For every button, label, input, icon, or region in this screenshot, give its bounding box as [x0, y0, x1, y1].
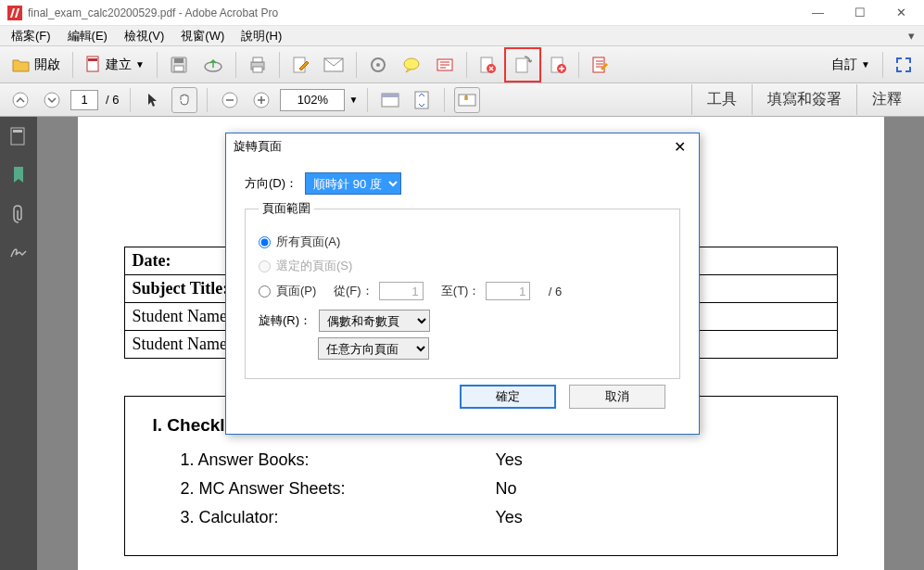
menu-edit[interactable]: 編輯(E): [60, 26, 115, 46]
page-range-radio[interactable]: [259, 285, 271, 298]
bookmark-icon[interactable]: [8, 165, 29, 185]
page-number-input[interactable]: [70, 90, 98, 110]
svg-rect-2: [88, 58, 97, 61]
page-range-fieldset: 頁面範圍 所有頁面(A) 選定的頁面(S) 頁面(P) 從(F)： 至(T)： …: [245, 200, 680, 379]
zoom-out-button[interactable]: [217, 87, 243, 113]
svg-rect-5: [174, 66, 184, 71]
settings-button[interactable]: [362, 50, 394, 80]
close-window-button[interactable]: ✕: [880, 0, 922, 26]
stamp-button[interactable]: [429, 50, 461, 80]
left-sidebar: [0, 117, 37, 570]
all-pages-label: 所有頁面(A): [276, 234, 340, 250]
dialog-titlebar: 旋轉頁面 ✕: [226, 133, 699, 159]
comment-button[interactable]: [396, 50, 427, 80]
save-button[interactable]: [163, 50, 195, 80]
fill-sign-panel-tab[interactable]: 填寫和簽署: [752, 84, 856, 115]
dialog-close-button[interactable]: ✕: [668, 138, 691, 156]
menu-overflow-icon[interactable]: ▾: [902, 29, 920, 43]
svg-rect-18: [516, 58, 527, 72]
rotate-page-highlight: [504, 47, 541, 82]
svg-rect-9: [253, 67, 262, 72]
page-down-button[interactable]: [39, 87, 65, 113]
nav-toolbar: / 6 ▼ 工具 填寫和簽署 注釋: [0, 83, 924, 117]
page-range-legend: 頁面範圍: [259, 200, 314, 217]
svg-point-22: [13, 93, 28, 108]
svg-point-13: [376, 63, 380, 67]
rotate-pages-dialog: 旋轉頁面 ✕ 方向(D)： 順時針 90 度 頁面範圍 所有頁面(A) 選定的頁…: [225, 133, 700, 435]
menu-file[interactable]: 檔案(F): [4, 26, 58, 46]
direction-label: 方向(D)：: [245, 175, 297, 192]
minimize-button[interactable]: —: [797, 0, 839, 26]
rotate-label: 旋轉(R)：: [259, 312, 311, 329]
attachment-icon[interactable]: [8, 204, 29, 224]
menubar: 檔案(F) 編輯(E) 檢視(V) 視窗(W) 說明(H) ▾: [0, 26, 924, 46]
svg-rect-31: [13, 130, 22, 133]
selected-pages-label: 選定的頁面(S): [276, 258, 352, 274]
tools-panel-tab[interactable]: 工具: [691, 84, 752, 115]
rotate-odd-even-select[interactable]: 偶數和奇數頁: [319, 310, 430, 332]
svg-point-14: [404, 58, 419, 70]
svg-point-23: [44, 93, 59, 108]
zoom-in-button[interactable]: [248, 87, 274, 113]
menu-help[interactable]: 說明(H): [234, 26, 289, 46]
page-up-button[interactable]: [7, 87, 33, 113]
svg-rect-8: [253, 57, 262, 62]
from-label: 從(F)：: [334, 283, 373, 299]
print-button[interactable]: [242, 50, 273, 80]
create-button[interactable]: 建立 ▼: [79, 50, 151, 80]
to-label: 至(T)：: [441, 283, 481, 299]
to-page-input[interactable]: [486, 282, 530, 300]
signatures-icon[interactable]: [8, 243, 29, 263]
maximize-button[interactable]: ☐: [839, 0, 880, 26]
open-label: 開啟: [34, 57, 60, 73]
customize-dropdown[interactable]: 自訂 ▼: [825, 50, 877, 80]
delete-page-button[interactable]: [473, 50, 502, 80]
rotate-orientation-select[interactable]: 任意方向頁面: [318, 337, 429, 360]
zoom-level-input[interactable]: [280, 89, 345, 111]
page-range-total: / 6: [549, 285, 562, 298]
fit-page-button[interactable]: [409, 87, 435, 113]
edit-doc-button[interactable]: [285, 50, 315, 80]
annotate-panel-tab[interactable]: 注釋: [856, 84, 917, 115]
fullscreen-button[interactable]: [889, 50, 918, 80]
rotate-page-button[interactable]: [507, 50, 538, 80]
from-page-input[interactable]: [379, 282, 424, 300]
svg-rect-0: [7, 6, 22, 20]
thumbnails-icon[interactable]: [8, 126, 29, 146]
menu-view[interactable]: 檢視(V): [117, 26, 171, 46]
customize-label: 自訂: [831, 57, 857, 73]
svg-rect-4: [174, 58, 184, 63]
app-icon: [7, 6, 22, 20]
read-mode-button[interactable]: [454, 87, 480, 113]
svg-rect-27: [382, 94, 399, 97]
cancel-button[interactable]: 取消: [569, 385, 665, 409]
fit-width-button[interactable]: [377, 87, 403, 113]
form-button[interactable]: [585, 50, 614, 80]
hand-tool-button[interactable]: [171, 87, 197, 113]
extract-page-button[interactable]: [543, 50, 573, 80]
titlebar: final_exam_calc20200529.pdf - Adobe Acro…: [0, 0, 924, 26]
open-button[interactable]: 開啟: [6, 50, 67, 80]
window-title: final_exam_calc20200529.pdf - Adobe Acro…: [28, 6, 797, 19]
dialog-title: 旋轉頁面: [234, 138, 282, 155]
menu-window[interactable]: 視窗(W): [173, 26, 232, 46]
select-tool-button[interactable]: [140, 87, 166, 113]
create-label: 建立: [106, 57, 132, 73]
email-button[interactable]: [317, 50, 350, 80]
all-pages-radio[interactable]: [259, 236, 271, 248]
page-total-label: / 6: [104, 93, 120, 107]
ok-button[interactable]: 確定: [460, 385, 556, 409]
selected-pages-radio: [259, 260, 271, 272]
direction-select[interactable]: 順時針 90 度: [305, 172, 401, 195]
cloud-button[interactable]: [196, 50, 230, 80]
page-range-label: 頁面(P): [276, 283, 328, 299]
main-toolbar: 開啟 建立 ▼ 自訂 ▼: [0, 46, 924, 83]
